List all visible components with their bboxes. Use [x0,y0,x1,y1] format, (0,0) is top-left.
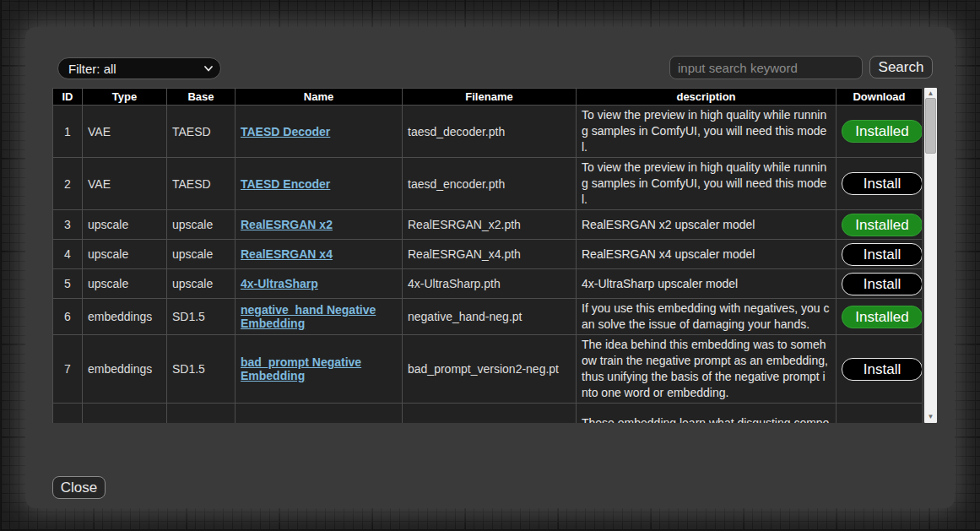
cell-download: Install [837,158,923,210]
cell-name [236,404,403,424]
install-button[interactable]: Install [842,243,922,266]
model-name-link[interactable]: bad_prompt Negative Embedding [241,355,361,382]
column-header-description: description [577,89,837,106]
cell-base: upscale [167,269,236,299]
cell-description: 4x-UltraSharp upscaler model [577,269,837,299]
cell-description: RealESRGAN x4 upscaler model [577,240,837,269]
cell-description: These embedding learn what disgusting co… [577,404,837,424]
filter-dropdown-wrap: Filter: all [57,57,221,79]
cell-base [167,404,236,424]
cell-base: upscale [167,210,236,240]
cell-id: 5 [53,269,83,299]
install-button[interactable]: Install [842,172,922,195]
cell-filename: taesd_decoder.pth [403,106,577,158]
column-header-filename: Filename [403,89,577,106]
cell-name: 4x-UltraSharp [236,269,403,299]
cell-download: Installed [837,106,923,158]
models-table-scroll-area: IDTypeBaseNameFilenamedescriptionDownloa… [52,88,922,423]
cell-download: Install [837,335,923,404]
cell-name: TAESD Encoder [236,158,403,210]
cell-description: If you use this embedding with negatives… [577,299,837,335]
install-button[interactable]: Install [842,273,922,295]
cell-type: upscale [83,240,167,269]
installed-button[interactable]: Installed [842,214,922,236]
scrollbar-down-arrow-icon[interactable]: ▼ [924,411,937,423]
cell-id [53,404,83,424]
model-name-link[interactable]: RealESRGAN x4 [241,247,333,261]
column-header-type: Type [83,89,167,106]
table-row: 7embeddingsSD1.5bad_prompt Negative Embe… [53,335,923,404]
model-name-link[interactable]: 4x-UltraSharp [241,277,318,290]
cell-base: upscale [167,240,236,269]
cell-filename: RealESRGAN_x4.pth [403,240,577,269]
table-row: These embedding learn what disgusting co… [53,404,923,424]
column-header-base: Base [167,89,236,106]
cell-download: Installed [837,210,923,240]
cell-id: 1 [53,106,83,158]
cell-type: VAE [83,158,167,210]
column-header-name: Name [236,89,403,106]
models-table: IDTypeBaseNameFilenamedescriptionDownloa… [52,88,922,423]
column-header-id: ID [53,89,83,106]
table-row: 6embeddingsSD1.5negative_hand Negative E… [53,299,923,335]
cell-base: SD1.5 [167,299,236,335]
cell-type: embeddings [83,299,167,335]
cell-filename: negative_hand-neg.pt [403,299,577,335]
table-header-row: IDTypeBaseNameFilenamedescriptionDownloa… [53,89,923,106]
model-name-link[interactable]: TAESD Encoder [241,177,330,191]
cell-description: To view the preview in high quality whil… [577,158,837,210]
cell-id: 6 [53,299,83,335]
install-models-dialog: Filter: all Search IDTypeBaseNameFilenam… [25,27,955,508]
model-name-link[interactable]: TAESD Decoder [241,125,330,138]
cell-download: Install [837,269,923,299]
cell-type: upscale [83,210,167,240]
cell-id: 3 [53,210,83,240]
table-scrollbar[interactable]: ▲ ▼ [924,88,937,423]
models-table-area: IDTypeBaseNameFilenamedescriptionDownloa… [52,88,937,423]
installed-button[interactable]: Installed [842,306,922,328]
cell-type [83,404,167,424]
cell-type: upscale [83,269,167,299]
cell-name: TAESD Decoder [236,106,403,158]
table-row: 4upscaleupscaleRealESRGAN x4RealESRGAN_x… [53,240,923,269]
filter-select[interactable]: Filter: all [57,57,221,79]
cell-type: VAE [83,106,167,158]
cell-name: RealESRGAN x2 [236,210,403,240]
cell-id: 7 [53,335,83,404]
installed-button[interactable]: Installed [842,120,922,143]
column-header-download: Download [837,89,923,106]
install-button[interactable]: Install [842,358,922,381]
model-name-link[interactable]: RealESRGAN x2 [241,218,333,231]
cell-description: The idea behind this embedding was to so… [577,335,837,404]
cell-name: negative_hand Negative Embedding [236,299,403,335]
cell-filename: taesd_encoder.pth [403,158,577,210]
table-row: 5upscaleupscale4x-UltraSharp4x-UltraShar… [53,269,923,299]
cell-id: 2 [53,158,83,210]
cell-base: TAESD [167,158,236,210]
model-name-link[interactable]: negative_hand Negative Embedding [241,303,376,330]
search-input[interactable] [669,56,863,79]
cell-description: To view the preview in high quality whil… [577,106,837,158]
cell-name: bad_prompt Negative Embedding [236,335,403,404]
cell-download: Install [837,240,923,269]
table-row: 3upscaleupscaleRealESRGAN x2RealESRGAN_x… [53,210,923,240]
table-row: 2VAETAESDTAESD Encodertaesd_encoder.pthT… [53,158,923,210]
cell-name: RealESRGAN x4 [236,240,403,269]
cell-download [837,404,923,424]
cell-base: SD1.5 [167,335,236,404]
cell-description: RealESRGAN x2 upscaler model [577,210,837,240]
cell-filename: RealESRGAN_x2.pth [403,210,577,240]
cell-base: TAESD [167,106,236,158]
table-row: 1VAETAESDTAESD Decodertaesd_decoder.pthT… [53,106,923,158]
cell-type: embeddings [83,335,167,404]
cell-id: 4 [53,240,83,269]
scrollbar-thumb[interactable] [925,98,936,154]
search-button[interactable]: Search [869,56,933,79]
cell-filename: bad_prompt_version2-neg.pt [403,335,577,404]
cell-filename: 4x-UltraSharp.pth [403,269,577,299]
cell-filename [403,404,577,424]
close-button[interactable]: Close [52,476,106,499]
cell-download: Installed [837,299,923,335]
